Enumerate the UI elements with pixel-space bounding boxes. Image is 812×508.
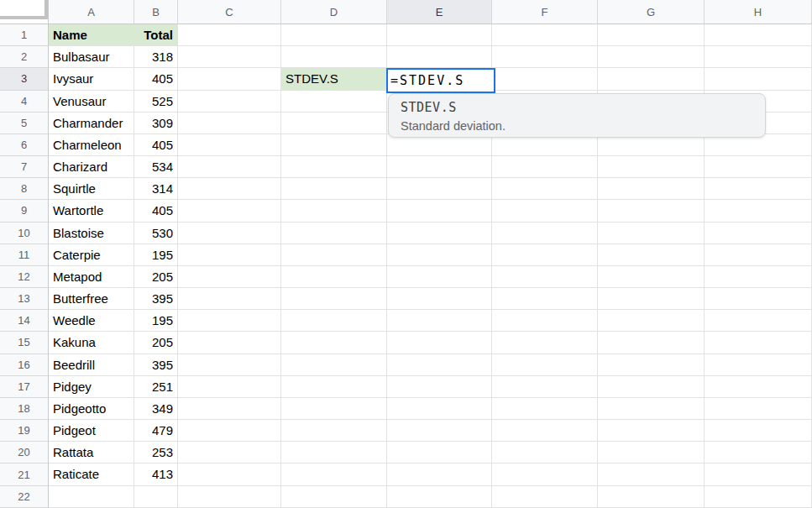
cell-F2[interactable] [492, 46, 598, 68]
cell-G19[interactable] [598, 420, 705, 442]
cell-H20[interactable] [705, 442, 812, 463]
column-header-A[interactable]: A [49, 0, 134, 24]
row-header-8[interactable]: 8 [0, 178, 49, 200]
select-all-corner[interactable] [0, 0, 49, 24]
cell-F13[interactable] [492, 288, 598, 310]
row-header-2[interactable]: 2 [0, 46, 49, 68]
cell-D9[interactable] [281, 200, 387, 222]
cell-E22[interactable] [387, 486, 492, 508]
cell-C19[interactable] [178, 420, 281, 442]
cell-A11[interactable]: Caterpie [49, 244, 134, 266]
cell-A14[interactable]: Weedle [49, 310, 134, 332]
cell-G22[interactable] [598, 486, 705, 508]
row-header-7[interactable]: 7 [0, 156, 49, 178]
cell-F8[interactable] [492, 178, 598, 200]
cell-D13[interactable] [281, 288, 387, 310]
cell-C14[interactable] [178, 310, 281, 332]
cell-D16[interactable] [281, 354, 387, 376]
cell-C10[interactable] [178, 223, 281, 244]
cell-F16[interactable] [492, 354, 598, 376]
cell-B2[interactable]: 318 [134, 46, 178, 68]
cell-B13[interactable]: 395 [134, 288, 178, 310]
cell-B8[interactable]: 314 [134, 178, 178, 200]
cell-H22[interactable] [705, 486, 812, 508]
cell-E21[interactable] [387, 463, 492, 485]
cell-E12[interactable] [387, 266, 492, 288]
cell-G1[interactable] [598, 24, 705, 46]
cell-B14[interactable]: 195 [134, 310, 178, 332]
cell-E10[interactable] [387, 223, 492, 244]
cell-E18[interactable] [387, 398, 492, 420]
cell-B19[interactable]: 479 [134, 420, 178, 442]
cell-G20[interactable] [598, 442, 705, 463]
cell-F9[interactable] [492, 200, 598, 222]
row-header-3[interactable]: 3 [0, 68, 49, 90]
cell-F12[interactable] [492, 266, 598, 288]
cell-F7[interactable] [492, 156, 598, 178]
row-header-6[interactable]: 6 [0, 134, 49, 156]
cell-C6[interactable] [178, 134, 281, 156]
cell-H7[interactable] [705, 156, 812, 178]
cell-E1[interactable] [387, 24, 492, 46]
cell-F20[interactable] [492, 442, 598, 463]
cell-H19[interactable] [705, 420, 812, 442]
cell-F11[interactable] [492, 244, 598, 266]
cell-A19[interactable]: Pidgeot [49, 420, 134, 442]
cell-B17[interactable]: 251 [134, 376, 178, 398]
cell-A18[interactable]: Pidgeotto [49, 398, 134, 420]
cell-G17[interactable] [598, 376, 705, 398]
cell-F1[interactable] [492, 24, 598, 46]
cell-G7[interactable] [598, 156, 705, 178]
cell-B5[interactable]: 309 [134, 113, 178, 134]
cell-C1[interactable] [178, 24, 281, 46]
cell-G8[interactable] [598, 178, 705, 200]
cell-G9[interactable] [598, 200, 705, 222]
cell-D15[interactable] [281, 332, 387, 354]
cell-H2[interactable] [705, 46, 812, 68]
cell-C17[interactable] [178, 376, 281, 398]
cell-A9[interactable]: Wartortle [49, 200, 134, 222]
row-header-20[interactable]: 20 [0, 442, 49, 463]
row-header-1[interactable]: 1 [0, 24, 49, 46]
cell-F17[interactable] [492, 376, 598, 398]
cell-C4[interactable] [178, 91, 281, 113]
cell-A2[interactable]: Bulbasaur [49, 46, 134, 68]
cell-B16[interactable]: 395 [134, 354, 178, 376]
cell-A16[interactable]: Beedrill [49, 354, 134, 376]
cell-A17[interactable]: Pidgey [49, 376, 134, 398]
row-header-22[interactable]: 22 [0, 486, 49, 508]
row-header-15[interactable]: 15 [0, 332, 49, 354]
cell-D10[interactable] [281, 223, 387, 244]
column-header-B[interactable]: B [134, 0, 178, 24]
cell-H18[interactable] [705, 398, 812, 420]
column-header-D[interactable]: D [281, 0, 387, 24]
cell-B3[interactable]: 405 [134, 68, 178, 90]
cell-E13[interactable] [387, 288, 492, 310]
cell-E20[interactable] [387, 442, 492, 463]
cell-C7[interactable] [178, 156, 281, 178]
cell-D1[interactable] [281, 24, 387, 46]
cell-B12[interactable]: 205 [134, 266, 178, 288]
cell-C16[interactable] [178, 354, 281, 376]
cell-A20[interactable]: Rattata [49, 442, 134, 463]
cell-H1[interactable] [705, 24, 812, 46]
row-header-9[interactable]: 9 [0, 200, 49, 222]
cell-D17[interactable] [281, 376, 387, 398]
cell-C15[interactable] [178, 332, 281, 354]
cell-A3[interactable]: Ivysaur [49, 68, 134, 90]
cell-E15[interactable] [387, 332, 492, 354]
cell-C20[interactable] [178, 442, 281, 463]
column-header-E[interactable]: E [387, 0, 492, 24]
cell-A6[interactable]: Charmeleon [49, 134, 134, 156]
cell-C21[interactable] [178, 463, 281, 485]
cell-A10[interactable]: Blastoise [49, 223, 134, 244]
row-header-18[interactable]: 18 [0, 398, 49, 420]
row-header-13[interactable]: 13 [0, 288, 49, 310]
cell-H13[interactable] [705, 288, 812, 310]
cell-C18[interactable] [178, 398, 281, 420]
cell-H9[interactable] [705, 200, 812, 222]
cell-B11[interactable]: 195 [134, 244, 178, 266]
cell-A5[interactable]: Charmander [49, 113, 134, 134]
cell-A13[interactable]: Butterfree [49, 288, 134, 310]
cell-G21[interactable] [598, 463, 705, 485]
